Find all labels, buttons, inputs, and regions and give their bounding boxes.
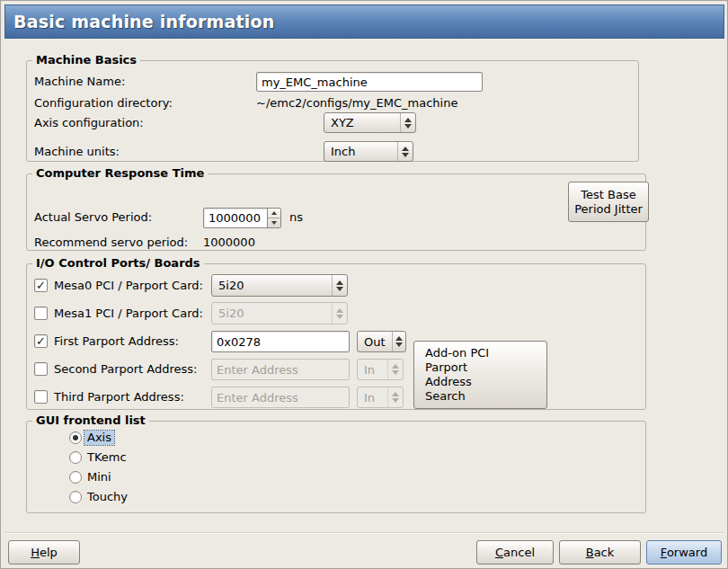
axis-configuration-combo[interactable]: XYZ [324, 112, 416, 133]
second-parport-label: Second Parport Address: [54, 362, 197, 377]
arrow-down-icon [402, 153, 409, 157]
mesa1-card-value: 5i20 [212, 303, 332, 324]
mesa0-card-value: 5i20 [212, 275, 332, 296]
radio-touchy[interactable] [69, 491, 82, 503]
back-button[interactable]: Back [559, 540, 641, 565]
third-parport-label: Third Parport Address: [54, 390, 184, 405]
arrow-down-icon [395, 342, 403, 347]
arrow-up-icon [404, 118, 412, 122]
servo-period-value: 1000000 [204, 209, 267, 227]
first-parport-address-input[interactable]: 0x0278 [211, 331, 350, 352]
spinner-arrows [267, 209, 280, 227]
radio-mini[interactable] [69, 471, 82, 484]
cancel-button-label: Cancel [495, 546, 535, 560]
first-parport-checkbox[interactable]: ✓ [34, 334, 48, 348]
first-parport-direction-value: Out [358, 332, 392, 351]
axis-configuration-value: XYZ [324, 113, 400, 132]
combo-arrows-icon [400, 113, 415, 132]
arrow-down-icon [404, 124, 412, 129]
io-ports-frame-title: I/O Control Ports/ Boards [32, 256, 204, 271]
arrow-up-icon [336, 308, 343, 313]
back-button-label: Back [586, 546, 615, 560]
first-parport-address-value: 0x0278 [217, 335, 261, 349]
arrow-down-icon [336, 315, 343, 319]
second-parport-address-input: Enter Address [211, 359, 350, 380]
gui-frontend-frame: GUI frontend list Axis TKemc Mini Touchy [26, 421, 646, 513]
combo-arrows-icon [397, 142, 413, 161]
checkmark-icon: ✓ [36, 335, 46, 347]
third-parport-checkbox[interactable] [34, 390, 48, 404]
test-base-period-jitter-button[interactable]: Test Base Period Jitter [568, 182, 649, 222]
machine-name-input[interactable]: my_EMC_machine [256, 72, 483, 92]
spin-down-button[interactable] [268, 218, 280, 227]
combo-arrows-icon [387, 360, 403, 379]
cancel-button[interactable]: Cancel [476, 540, 554, 565]
header-banner: Basic machine information [4, 4, 724, 39]
arrow-up-icon [402, 147, 409, 151]
spin-up-button[interactable] [268, 209, 280, 218]
mesa0-card-label: Mesa0 PCI / Parport Card: [54, 279, 203, 293]
arrow-up-icon [271, 211, 277, 215]
arrow-down-icon [336, 287, 343, 291]
combo-arrows-icon [392, 332, 405, 351]
addon-pci-search-label: Add-on PCI Parport Address Search [425, 346, 489, 404]
arrow-up-icon [395, 336, 403, 341]
arrow-down-icon [392, 398, 399, 403]
basic-machine-information-dialog: Basic machine information Machine Basics… [0, 0, 728, 569]
machine-basics-frame: Machine Basics Machine Name: my_EMC_mach… [26, 60, 639, 162]
machine-basics-frame-title: Machine Basics [32, 53, 140, 67]
mesa1-card-label: Mesa1 PCI / Parport Card: [54, 307, 203, 321]
checkmark-icon: ✓ [36, 280, 46, 291]
second-parport-direction-value: In [358, 360, 387, 379]
servo-period-label: Actual Servo Period: [34, 210, 152, 225]
arrow-down-icon [271, 221, 277, 225]
config-directory-value: ~/emc2/configs/my_EMC_machine [256, 96, 457, 111]
machine-name-label: Machine Name: [34, 75, 125, 89]
second-parport-checkbox[interactable] [34, 362, 48, 376]
io-ports-frame: I/O Control Ports/ Boards ✓ Mesa0 PCI / … [26, 263, 646, 410]
addon-pci-search-button[interactable]: Add-on PCI Parport Address Search [413, 341, 547, 409]
machine-units-value: Inch [324, 142, 397, 161]
radio-axis-label[interactable]: Axis [84, 431, 114, 445]
forward-button[interactable]: Forward [646, 540, 722, 565]
third-parport-direction-value: In [358, 387, 387, 407]
third-parport-direction-combo: In [357, 387, 404, 408]
first-parport-direction-combo[interactable]: Out [357, 331, 406, 352]
machine-units-combo[interactable]: Inch [324, 141, 413, 162]
arrow-down-icon [392, 370, 399, 375]
arrow-up-icon [392, 392, 399, 396]
third-parport-address-input: Enter Address [211, 387, 350, 408]
combo-arrows-icon [332, 303, 347, 324]
combo-arrows-icon [332, 275, 347, 296]
arrow-up-icon [392, 364, 399, 369]
response-time-frame-title: Computer Response Time [32, 166, 208, 181]
forward-button-label: Forward [661, 546, 707, 560]
config-directory-label: Configuration directory: [34, 96, 173, 111]
gui-frontend-frame-title: GUI frontend list [32, 413, 149, 428]
machine-name-value: my_EMC_machine [262, 76, 368, 89]
servo-period-spinbox[interactable]: 1000000 [203, 208, 281, 228]
third-parport-address-placeholder: Enter Address [217, 391, 298, 405]
page-title: Basic machine information [13, 12, 274, 31]
second-parport-direction-combo: In [357, 359, 404, 380]
footer-separator [4, 532, 724, 534]
axis-configuration-label: Axis configuration: [34, 116, 144, 130]
machine-units-label: Machine units: [34, 145, 120, 159]
help-button-label: Help [31, 546, 58, 560]
mesa1-card-combo: 5i20 [211, 302, 348, 325]
mesa0-checkbox[interactable]: ✓ [34, 279, 48, 292]
response-time-frame: Computer Response Time Test Base Period … [26, 173, 646, 251]
help-button[interactable]: Help [8, 540, 80, 565]
first-parport-label: First Parport Address: [54, 334, 179, 349]
radio-tkemc[interactable] [69, 451, 82, 464]
recommend-servo-period-value: 1000000 [203, 236, 255, 250]
radio-mini-label[interactable]: Mini [84, 470, 114, 485]
second-parport-address-placeholder: Enter Address [217, 363, 298, 377]
radio-tkemc-label[interactable]: TKemc [84, 450, 129, 465]
radio-touchy-label[interactable]: Touchy [84, 490, 130, 504]
radio-axis[interactable] [69, 431, 82, 444]
mesa0-card-combo[interactable]: 5i20 [211, 274, 348, 297]
mesa1-checkbox[interactable] [34, 307, 48, 320]
test-base-period-jitter-label: Test Base Period Jitter [572, 188, 645, 217]
recommend-servo-period-label: Recommend servo period: [34, 236, 188, 250]
